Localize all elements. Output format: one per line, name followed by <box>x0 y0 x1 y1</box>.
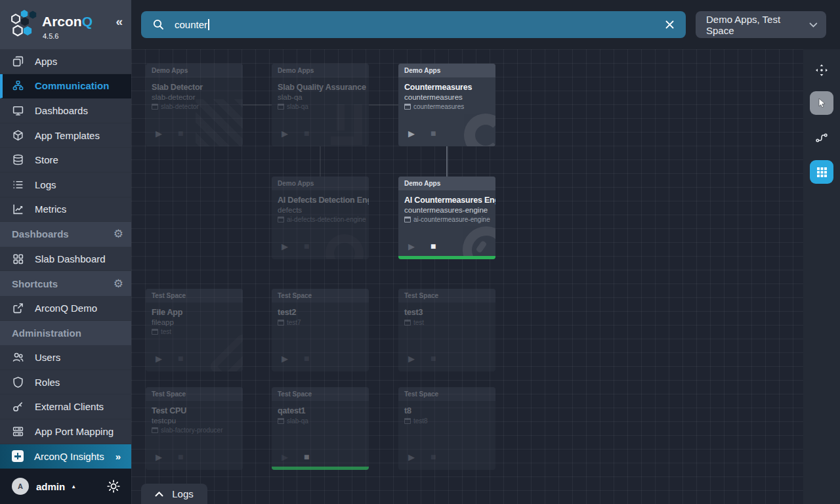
sidebar-item-roles[interactable]: Roles <box>0 370 131 395</box>
app-card-countermeasures[interactable]: Demo Apps Countermeasures countermeasure… <box>398 64 495 146</box>
stop-button[interactable]: ■ <box>178 128 183 138</box>
sidebar-item-logs[interactable]: Logs <box>0 173 131 198</box>
card-template-row: slab-qa <box>278 417 363 425</box>
app-card-file-app[interactable]: Test Space File App fileapp test ▶■ <box>146 289 243 371</box>
sidebar-item-label: App Templates <box>35 130 100 141</box>
sidebar-item-label: External Clients <box>35 401 104 412</box>
card-space-label: Test Space <box>272 387 369 401</box>
communication-icon <box>12 79 24 92</box>
template-icon <box>278 418 284 424</box>
stop-button[interactable]: ■ <box>178 452 183 462</box>
play-button[interactable]: ▶ <box>282 242 288 251</box>
sidebar-item-arconq-insights[interactable]: ArconQ Insights » <box>0 444 131 469</box>
app-card-ai-countermeasures-engine[interactable]: Demo Apps AI Countermeasures Engine coun… <box>398 177 495 259</box>
app-card-slab-detector[interactable]: Demo Apps Slab Detector slab-detector sl… <box>146 64 243 146</box>
clear-search-button[interactable] <box>665 20 675 30</box>
sidebar-item-app-port-mapping[interactable]: App Port Mapping <box>0 419 131 444</box>
theme-toggle-button[interactable] <box>106 479 121 494</box>
logs-button-label: Logs <box>172 488 194 499</box>
card-space-label: Demo Apps <box>398 64 495 77</box>
section-dashboards: Dashboards ⚙ <box>0 222 131 247</box>
avatar[interactable]: A <box>12 478 29 495</box>
canvas-toolbar <box>803 49 840 504</box>
card-space-label: Demo Apps <box>272 177 369 190</box>
running-status-bar <box>398 256 495 259</box>
card-space-label: Demo Apps <box>398 177 495 190</box>
sidebar-item-store[interactable]: Store <box>0 148 131 173</box>
card-watermark <box>331 104 362 145</box>
sidebar-item-external-clients[interactable]: External Clients <box>0 394 131 419</box>
sidebar-item-dashboards[interactable]: Dashboards <box>0 98 131 123</box>
server-icon <box>12 425 24 438</box>
app-canvas[interactable]: Demo Apps Slab Detector slab-detector sl… <box>131 49 803 504</box>
caret-up-icon[interactable]: ▲ <box>71 484 76 490</box>
play-button[interactable]: ▶ <box>156 129 162 138</box>
sidebar-collapse-icon[interactable]: « <box>116 14 123 29</box>
connections-tool-button[interactable] <box>810 126 833 150</box>
play-button[interactable]: ▶ <box>282 129 288 138</box>
key-icon <box>12 400 24 413</box>
app-card-slab-quality-assurance[interactable]: Demo Apps Slab Quality Assurance slab-qa… <box>272 64 369 146</box>
card-template-row: slab-factory-producer <box>152 427 237 434</box>
gear-icon[interactable]: ⚙ <box>114 227 123 241</box>
play-button[interactable]: ▶ <box>408 452 415 462</box>
app-card-ai-defects-detection-engine[interactable]: Demo Apps AI Defects Detection Engine de… <box>272 177 369 259</box>
sidebar-item-app-templates[interactable]: App Templates <box>0 123 131 148</box>
play-button[interactable]: ▶ <box>156 354 162 364</box>
template-icon <box>152 329 158 335</box>
app-card-test-cpu[interactable]: Test Space Test CPU testcpu slab-factory… <box>146 387 243 470</box>
template-icon <box>278 104 284 110</box>
chart-icon <box>12 203 24 215</box>
search-icon <box>152 18 165 31</box>
sidebar-item-metrics[interactable]: Metrics <box>0 198 131 222</box>
app-card-test3[interactable]: Test Space test3 test ▶■ <box>398 289 495 371</box>
stop-button[interactable]: ■ <box>304 452 309 462</box>
user-menu[interactable]: admin <box>36 481 65 492</box>
card-title: qatest1 <box>278 406 363 415</box>
space-filter-dropdown[interactable]: Demo Apps, Test Space <box>696 11 826 38</box>
stop-button[interactable]: ■ <box>430 241 436 251</box>
stop-button[interactable]: ■ <box>178 353 183 364</box>
play-button[interactable]: ▶ <box>408 129 415 138</box>
plus-square-icon <box>12 450 24 462</box>
play-button[interactable]: ▶ <box>408 354 415 364</box>
card-template-row: test <box>152 328 237 335</box>
card-title: Countermeasures <box>404 83 490 92</box>
app-card-t8[interactable]: Test Space t8 test8 ▶■ <box>398 387 495 470</box>
play-button[interactable]: ▶ <box>156 452 162 462</box>
play-button[interactable]: ▶ <box>282 354 288 364</box>
gear-icon[interactable]: ⚙ <box>114 277 123 291</box>
sidebar-item-slab-dashboard[interactable]: Slab Dashboard <box>0 247 131 272</box>
card-subtitle: slab-qa <box>278 93 363 101</box>
monitor-icon <box>12 104 24 117</box>
close-icon <box>665 20 675 30</box>
pointer-tool-button[interactable] <box>810 91 833 115</box>
search-bar[interactable]: counter <box>141 11 686 38</box>
card-title: AI Defects Detection Engine <box>278 196 363 205</box>
sidebar-item-label: ArconQ Demo <box>35 303 97 314</box>
sidebar-nav: Apps Communication Dashboards App Templa… <box>0 49 131 504</box>
card-title: test2 <box>278 308 363 317</box>
logs-panel-toggle[interactable]: Logs <box>141 484 207 504</box>
stop-button[interactable]: ■ <box>304 128 309 138</box>
sidebar-item-label: Store <box>35 154 58 165</box>
stop-button[interactable]: ■ <box>430 353 436 364</box>
stop-button[interactable]: ■ <box>430 452 436 462</box>
search-input[interactable]: counter <box>175 19 209 30</box>
space-filter-value: Demo Apps, Test Space <box>706 14 809 36</box>
grid-view-button[interactable] <box>810 160 833 184</box>
play-button[interactable]: ▶ <box>408 242 415 251</box>
stop-button[interactable]: ■ <box>430 128 436 138</box>
chevron-down-icon <box>809 22 818 28</box>
sidebar-item-users[interactable]: Users <box>0 345 131 370</box>
app-card-qatest1[interactable]: Test Space qatest1 slab-qa ▶■ <box>272 387 369 470</box>
app-version: 4.5.6 <box>43 32 58 40</box>
pan-tool-button[interactable] <box>810 58 833 82</box>
sidebar-item-arconq-demo[interactable]: ArconQ Demo <box>0 296 131 321</box>
app-card-test2[interactable]: Test Space test2 test7 ▶■ <box>272 289 369 371</box>
sidebar-item-apps[interactable]: Apps <box>0 49 131 74</box>
play-button[interactable]: ▶ <box>282 452 288 462</box>
stop-button[interactable]: ■ <box>304 241 309 251</box>
stop-button[interactable]: ■ <box>304 353 309 364</box>
sidebar-item-communication[interactable]: Communication <box>0 74 131 99</box>
